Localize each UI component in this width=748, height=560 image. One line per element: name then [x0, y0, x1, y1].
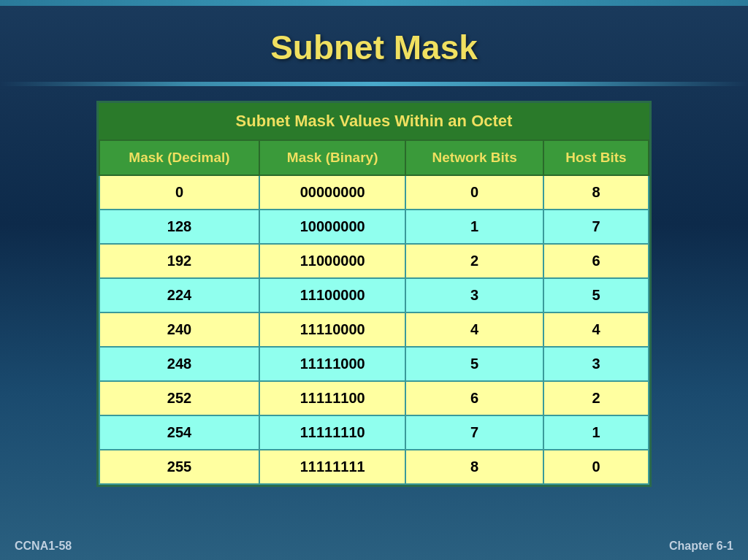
cell-binary: 11111110 [259, 415, 405, 450]
top-decorative-bar [0, 0, 748, 6]
cell-host-bits: 4 [543, 312, 649, 347]
cell-network-bits: 4 [405, 312, 543, 347]
subnet-table: Mask (Decimal) Mask (Binary) Network Bit… [99, 139, 649, 485]
cell-decimal: 248 [99, 347, 259, 381]
title-area: Subnet Mask [0, 6, 748, 82]
col-header-network-bits: Network Bits [405, 140, 543, 175]
col-header-binary: Mask (Binary) [259, 140, 405, 175]
table-row: 00000000008 [99, 175, 649, 210]
cell-decimal: 128 [99, 210, 259, 244]
cell-network-bits: 8 [405, 450, 543, 484]
table-row: 2551111111180 [99, 450, 649, 484]
cell-network-bits: 5 [405, 347, 543, 381]
cell-network-bits: 2 [405, 244, 543, 278]
table-header-row: Mask (Decimal) Mask (Binary) Network Bit… [99, 140, 649, 175]
cell-decimal: 240 [99, 312, 259, 347]
cell-decimal: 192 [99, 244, 259, 278]
col-header-host-bits: Host Bits [543, 140, 649, 175]
table-row: 1921100000026 [99, 244, 649, 278]
cell-host-bits: 0 [543, 450, 649, 484]
table-row: 2541111111071 [99, 415, 649, 450]
table-row: 1281000000017 [99, 210, 649, 244]
table-row: 2401111000044 [99, 312, 649, 347]
cell-host-bits: 5 [543, 278, 649, 312]
cell-network-bits: 0 [405, 175, 543, 210]
divider-bar [0, 82, 748, 86]
cell-binary: 00000000 [259, 175, 405, 210]
cell-host-bits: 3 [543, 347, 649, 381]
table-row: 2521111110062 [99, 381, 649, 415]
cell-binary: 11111100 [259, 381, 405, 415]
cell-host-bits: 6 [543, 244, 649, 278]
footer: CCNA1-58 Chapter 6-1 [0, 540, 748, 553]
cell-host-bits: 2 [543, 381, 649, 415]
cell-network-bits: 7 [405, 415, 543, 450]
col-header-decimal: Mask (Decimal) [99, 140, 259, 175]
cell-binary: 11111111 [259, 450, 405, 484]
cell-network-bits: 1 [405, 210, 543, 244]
cell-decimal: 255 [99, 450, 259, 484]
cell-decimal: 0 [99, 175, 259, 210]
footer-right: Chapter 6-1 [669, 540, 733, 553]
cell-host-bits: 1 [543, 415, 649, 450]
table-section-title: Subnet Mask Values Within an Octet [99, 103, 649, 139]
cell-host-bits: 7 [543, 210, 649, 244]
cell-decimal: 254 [99, 415, 259, 450]
cell-network-bits: 3 [405, 278, 543, 312]
cell-binary: 11100000 [259, 278, 405, 312]
page-title: Subnet Mask [0, 28, 748, 67]
cell-binary: 11110000 [259, 312, 405, 347]
cell-host-bits: 8 [543, 175, 649, 210]
cell-binary: 11111000 [259, 347, 405, 381]
cell-decimal: 252 [99, 381, 259, 415]
cell-network-bits: 6 [405, 381, 543, 415]
cell-binary: 10000000 [259, 210, 405, 244]
footer-left: CCNA1-58 [15, 540, 72, 553]
cell-binary: 11000000 [259, 244, 405, 278]
table-row: 2241110000035 [99, 278, 649, 312]
subnet-table-container: Subnet Mask Values Within an Octet Mask … [96, 101, 652, 487]
cell-decimal: 224 [99, 278, 259, 312]
table-row: 2481111100053 [99, 347, 649, 381]
